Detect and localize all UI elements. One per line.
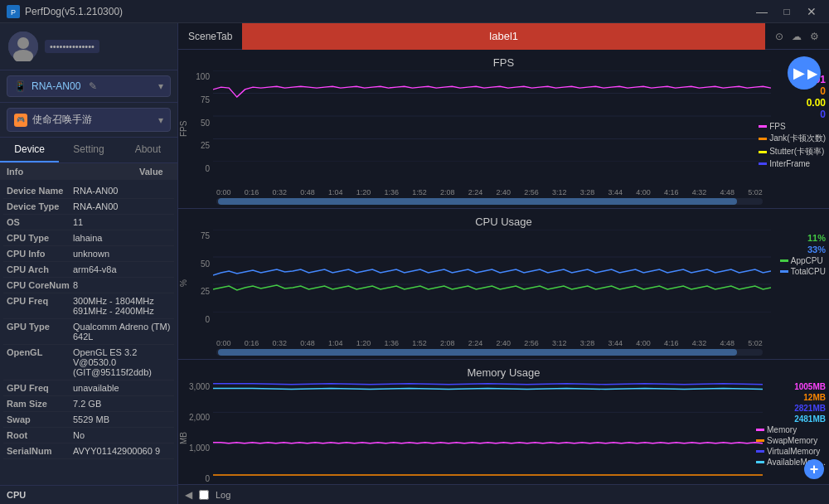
window-controls: — □ ✕: [751, 3, 822, 20]
info-key: Swap: [7, 414, 73, 424]
settings-icon[interactable]: ⚙: [810, 31, 819, 42]
cpu-y-axis: 75 50 25 0: [188, 230, 213, 337]
info-val: unknown: [73, 249, 171, 259]
app-icon: P: [7, 5, 20, 18]
table-row: Ram Size7.2 GB: [3, 396, 174, 412]
memory-y-axis: 3,000 2,000 1,000 0: [188, 380, 213, 484]
table-row: CPU Typelahaina: [3, 230, 174, 246]
add-chart-button[interactable]: +: [804, 459, 824, 479]
info-value-header: Value: [139, 167, 163, 177]
fps-legend-label: FPS: [769, 122, 785, 131]
table-row: CPU Infounknown: [3, 246, 174, 262]
device-select-button[interactable]: 📱 RNA-AN00 ✎ ▾: [7, 75, 171, 97]
target-icon[interactable]: ⊙: [775, 31, 783, 42]
interframe-legend-color: [759, 162, 767, 165]
cpu-scrollbar[interactable]: [216, 349, 763, 356]
fps-y-label: FPS: [178, 70, 188, 187]
scene-icons: ⊙ ☁ ⚙: [765, 31, 829, 42]
tab-device[interactable]: Device: [0, 138, 59, 162]
cpu-chart-inner: 11% 33% AppCPU TotalCPU: [213, 230, 829, 337]
titlebar: P PerfDog(v5.1.210300) — □ ✕: [0, 0, 829, 23]
play-button[interactable]: ▶: [788, 56, 821, 90]
play-icon: ▶: [793, 64, 805, 82]
totalcpu-legend-color: [780, 270, 788, 273]
virtualmemory-legend-color: [756, 450, 764, 453]
swapmemory-legend-color: [756, 439, 764, 442]
info-key: OpenGL: [7, 347, 73, 377]
memory-legend-color: [756, 429, 764, 431]
stutter-current-value: 0.00: [807, 97, 826, 109]
interframe-current-value: 0: [820, 109, 826, 120]
device-name: RNA-AN00: [32, 80, 80, 92]
stutter-legend-color: [759, 151, 767, 153]
cpu-scrollbar-thumb[interactable]: [218, 349, 737, 356]
info-val: 11: [73, 217, 171, 227]
fps-x-axis: 0:00 0:16 0:32 0:48 1:04 1:20 1:36 1:52 …: [178, 188, 829, 196]
info-key: CPU Info: [7, 249, 73, 259]
swapmemory-legend-label: SwapMemory: [767, 436, 817, 445]
info-val: OpenGL ES 3.2 V@0530.0 (GIT@95115f2ddb): [73, 347, 171, 377]
maximize-button[interactable]: □: [776, 3, 797, 20]
appcpu-legend-color: [780, 259, 788, 262]
left-panel: •••••••••••••• 📱 RNA-AN00 ✎ ▾ 🎮 使命召唤手游 ▾…: [0, 23, 178, 504]
jank-current-value: 0: [820, 85, 826, 97]
fps-scrollbar[interactable]: [216, 198, 763, 205]
minimize-button[interactable]: —: [751, 3, 773, 20]
info-key: Device Type: [7, 201, 73, 211]
avatar: [8, 32, 38, 61]
app-name: 使命召唤手游: [32, 113, 92, 127]
cloud-icon[interactable]: ☁: [792, 31, 802, 42]
tab-setting[interactable]: Setting: [59, 138, 118, 162]
table-row: Device NameRNA-AN00: [3, 183, 174, 199]
memory-chart: Memory Usage MB 3,000 2,000 1,000 0: [178, 360, 829, 484]
app-select-button[interactable]: 🎮 使命召唤手游 ▾: [7, 108, 171, 132]
info-val: arm64-v8a: [73, 264, 171, 274]
tab-about[interactable]: About: [119, 138, 177, 162]
cpu-x-axis: 0:00 0:16 0:32 0:48 1:04 1:20 1:36 1:52 …: [178, 339, 829, 347]
appcpu-legend-label: AppCPU: [791, 256, 823, 265]
info-key: Ram Size: [7, 399, 73, 409]
info-key: SerialNum: [7, 446, 73, 456]
cpu-chart-title: CPU Usage: [178, 212, 829, 230]
cpu-app-value: 11%: [780, 233, 826, 243]
table-row: Swap5529 MB: [3, 412, 174, 428]
info-key: GPU Freq: [7, 383, 73, 393]
fps-chart: FPS FPS 100 75 50 25 0: [178, 50, 829, 209]
log-checkbox[interactable]: [199, 490, 209, 500]
svg-text:P: P: [11, 8, 16, 17]
svg-point-3: [17, 37, 29, 49]
log-label: Log: [216, 490, 230, 500]
jank-legend-label: Jank(卡顿次数): [769, 133, 826, 144]
edit-icon[interactable]: ✎: [89, 80, 97, 92]
info-key-header: Info: [7, 167, 73, 177]
table-row: CPU Freq300MHz - 1804MHz 691MHz - 2400MH…: [3, 293, 174, 319]
bottom-bar: ◀ Log: [178, 484, 829, 504]
memory-legend-label: Memory: [767, 425, 797, 434]
close-button[interactable]: ✕: [801, 3, 822, 20]
info-val: AVYY01142900060 9: [73, 446, 171, 456]
collapse-icon[interactable]: ◀: [185, 489, 192, 501]
info-key: Root: [7, 430, 73, 440]
info-key: OS: [7, 217, 73, 227]
cpu-section: CPU: [0, 485, 177, 504]
memory-val: 1005MB: [756, 382, 826, 391]
profile-section: ••••••••••••••: [0, 23, 177, 70]
table-row: OpenGLOpenGL ES 3.2 V@0530.0 (GIT@95115f…: [3, 345, 174, 380]
device-info-table: Device NameRNA-AN00Device TypeRNA-AN00OS…: [0, 180, 177, 485]
cpu-y-label: %: [178, 230, 188, 337]
app-chevron-icon[interactable]: ▾: [158, 114, 163, 126]
memory-y-label: MB: [178, 380, 188, 484]
device-tabs: Device Setting About: [0, 138, 177, 163]
chevron-down-icon[interactable]: ▾: [158, 80, 163, 92]
table-row: GPU TypeQualcomm Adreno (TM) 642L: [3, 319, 174, 345]
fps-scrollbar-thumb[interactable]: [218, 198, 737, 205]
charts-area: FPS FPS 100 75 50 25 0: [178, 50, 829, 484]
right-wrapper: ▶ + SceneTab label1 ⊙ ☁ ⚙ FPS FPS: [178, 23, 829, 504]
cpu-label: CPU: [7, 490, 26, 500]
table-row: SerialNumAVYY01142900060 9: [3, 443, 174, 459]
app-selector: 🎮 使命召唤手游 ▾: [0, 103, 177, 138]
device-icon: 📱: [14, 80, 27, 92]
table-row: CPU CoreNum8: [3, 278, 174, 293]
fps-legend-color: [759, 125, 767, 128]
availmemory-legend-color: [756, 461, 764, 463]
